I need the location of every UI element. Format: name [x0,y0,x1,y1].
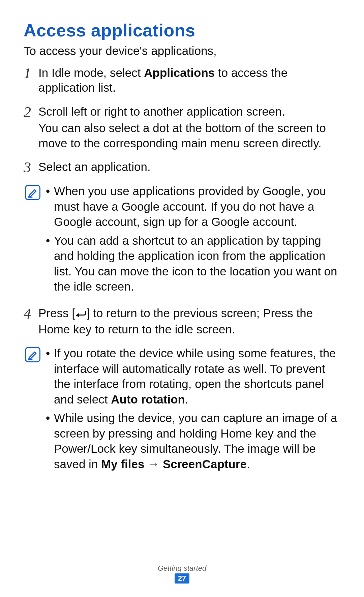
step-body: Press [] to return to the previous scree… [38,306,340,338]
note-bullet: While using the device, you can capture … [45,410,340,472]
step-number: 3 [24,159,38,176]
note-icon-col [24,183,45,298]
step-text: Press [ [38,306,75,320]
footer-section-label: Getting started [0,564,364,573]
bold-term: Auto rotation [111,393,185,406]
step-text: You can also select a dot at the bottom … [38,121,340,151]
step-body: Scroll left or right to another applicat… [38,104,340,152]
back-arrow-icon [75,307,87,322]
note-text: . [247,457,250,471]
step-text: Scroll left or right to another applicat… [38,104,340,119]
note-bullet: When you use applications provided by Go… [45,183,340,230]
step-4: 4 Press [] to return to the previous scr… [24,306,340,338]
manual-page: Access applications To access your devic… [0,0,364,597]
step-2: 2 Scroll left or right to another applic… [24,104,340,152]
step-body: Select an application. [38,159,340,176]
step-3: 3 Select an application. [24,159,340,176]
note-block: When you use applications provided by Go… [24,183,340,298]
step-number: 1 [24,65,38,97]
step-text: In Idle mode, select [38,66,144,79]
step-number: 4 [24,306,38,338]
step-1: 1 In Idle mode, select Applications to a… [24,65,340,97]
step-text: Select an application. [38,159,340,175]
note-text: If you rotate the device while using som… [54,347,336,406]
note-bullet: If you rotate the device while using som… [45,346,340,407]
step-number: 2 [24,104,38,152]
note-body: When you use applications provided by Go… [45,183,340,298]
note-text: . [185,393,188,406]
note-body: If you rotate the device while using som… [45,346,340,475]
page-footer: Getting started 27 [0,564,364,584]
note-pencil-icon [25,347,40,362]
note-block: If you rotate the device while using som… [24,346,340,475]
page-number: 27 [175,573,189,584]
bold-term: My files → ScreenCapture [101,457,247,471]
note-pencil-icon [25,185,40,200]
steps-list: 1 In Idle mode, select Applications to a… [24,65,340,176]
note-bullet: You can add a shortcut to an application… [45,233,340,294]
step-body: In Idle mode, select Applications to acc… [38,65,340,97]
intro-text: To access your device's applications, [24,43,340,59]
section-heading: Access applications [24,20,340,40]
note-icon-col [24,346,45,475]
steps-list-cont: 4 Press [] to return to the previous scr… [24,306,340,338]
bold-term: Applications [144,66,215,79]
